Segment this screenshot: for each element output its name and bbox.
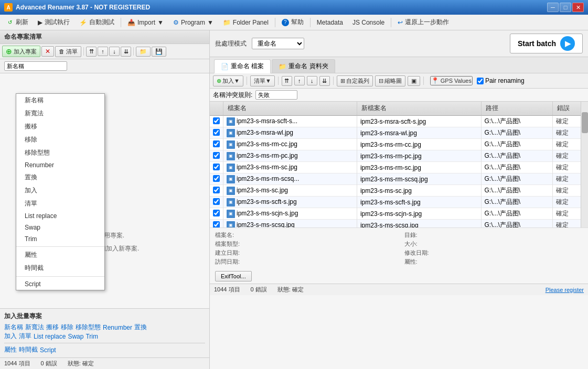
list-files-button[interactable]: 清單▼	[250, 75, 275, 86]
menu-auto-test[interactable]: ⚡ 自動測試	[75, 16, 119, 28]
table-scrollbar[interactable]	[581, 102, 588, 227]
row-filename: ▣ipm23-s-ms-rm-sc.jpg	[223, 162, 357, 173]
move-top-button[interactable]: ⇈	[86, 47, 97, 57]
clear-project-button[interactable]: 🗑 清單	[55, 46, 81, 57]
custom-col-button[interactable]: ⊞ 自定義列	[337, 75, 373, 86]
menu-program[interactable]: ⚙ Program ▼	[169, 17, 218, 28]
menu-option-new-name[interactable]: 新名稱	[16, 94, 104, 107]
table-row[interactable]: ▣ipm23-s-ms-scft-s.jpgipm23-s-ms-scft-s.…	[210, 197, 588, 208]
row-checkbox[interactable]	[213, 140, 220, 147]
batch-link-timestamp[interactable]: 時間截	[19, 345, 38, 354]
maximize-button[interactable]: □	[560, 3, 571, 12]
import-dropdown-arrow: ▼	[157, 19, 164, 26]
add-files-button[interactable]: ⊕ 加入▼	[213, 75, 243, 86]
batch-link-list-replace[interactable]: List replace	[34, 333, 66, 340]
batch-link-move[interactable]: 搬移	[46, 323, 59, 332]
project-type-dropdown[interactable]: 新名稱	[4, 61, 67, 71]
menu-option-props[interactable]: 屬性	[16, 248, 104, 262]
row-checkbox[interactable]	[213, 221, 220, 228]
batch-link-trim[interactable]: Trim	[85, 333, 98, 340]
menu-option-move[interactable]: 搬移	[16, 120, 104, 133]
menu-option-renumber[interactable]: Renumber	[16, 159, 104, 171]
row-checkbox[interactable]	[213, 129, 220, 136]
conflict-rule-select[interactable]: 失敗	[255, 90, 297, 100]
file-move-top-btn[interactable]: ⇈	[282, 76, 292, 86]
move-down-button[interactable]: ↓	[109, 47, 120, 56]
folder-button[interactable]: 📁	[136, 47, 151, 57]
col-path[interactable]: 路徑	[481, 102, 552, 115]
menu-option-new-width[interactable]: 新寬法	[16, 107, 104, 120]
close-button[interactable]: ✕	[572, 3, 584, 12]
menu-option-list-replace[interactable]: List replace	[16, 210, 104, 222]
register-link[interactable]: Please register	[546, 287, 584, 293]
batch-link-new-name[interactable]: 新名稱	[4, 323, 23, 332]
menu-folder-panel[interactable]: 📁 Folder Panel	[219, 17, 273, 28]
batch-mode-select[interactable]: 重命名	[252, 38, 304, 49]
menu-test-run[interactable]: ▶ 測試執行	[34, 16, 74, 28]
table-row[interactable]: ▣ipm23-s-ms-scjn-s.jpgipm23-s-ms-scjn-s.…	[210, 208, 588, 220]
row-checkbox[interactable]	[213, 164, 220, 170]
menu-option-add[interactable]: 加入	[16, 184, 104, 197]
batch-link-add[interactable]: 加入	[4, 332, 17, 341]
view-label: ▣	[411, 78, 416, 84]
row-checkbox[interactable]	[213, 198, 220, 205]
view-button[interactable]: ▣	[408, 76, 420, 86]
batch-link-remove-type[interactable]: 移除型態	[76, 323, 101, 332]
row-checkbox[interactable]	[213, 210, 220, 216]
menu-option-script[interactable]: Script	[16, 278, 104, 290]
batch-link-replace[interactable]: 置換	[134, 323, 147, 332]
batch-link-script[interactable]: Script	[40, 346, 56, 354]
file-move-up-btn[interactable]: ↑	[294, 76, 305, 85]
table-row[interactable]: ▣ipm23-s-ms-rm-scsq...ipm23-s-ms-rm-scsq…	[210, 173, 588, 185]
row-checkbox[interactable]	[213, 117, 220, 124]
table-row[interactable]: ▣ipm23-s-ms-rm-pc.jpgipm23-s-ms-rm-pc.jp…	[210, 150, 588, 162]
minimize-button[interactable]: ─	[547, 3, 559, 12]
tab-rename-folders[interactable]: 📁 重命名 資料夾	[272, 59, 335, 73]
pair-renaming-input[interactable]	[477, 78, 484, 84]
menu-metadata[interactable]: Metadata	[313, 17, 347, 28]
col-newname[interactable]: 新檔案名	[357, 102, 481, 115]
menu-option-list[interactable]: 清單	[16, 197, 104, 210]
start-batch-button[interactable]: Start batch ▶	[510, 34, 583, 53]
tab-rename-files[interactable]: 📄 重命名 檔案	[214, 59, 271, 73]
batch-link-props[interactable]: 屬性	[4, 345, 17, 354]
menu-import[interactable]: 📥 Import ▼	[123, 17, 168, 28]
pair-renaming-checkbox[interactable]: Pair renaming	[477, 77, 525, 84]
menu-option-remove[interactable]: 移除	[16, 133, 104, 146]
menu-undo[interactable]: ↩ 還原上一步動作	[393, 16, 453, 28]
table-row[interactable]: ▣ipm23-s-ms-sc.jpgipm23-s-ms-sc.jpgG:\..…	[210, 185, 588, 197]
row-newname: ipm23-s-ms-rm-scsq.jpg	[357, 173, 481, 185]
thumbnail-button[interactable]: ⊟ 縮略圖	[375, 75, 405, 86]
batch-link-swap[interactable]: Swap	[68, 333, 83, 340]
row-checkbox[interactable]	[213, 187, 220, 193]
batch-link-new-width[interactable]: 新寬法	[25, 323, 44, 332]
table-row[interactable]: ▣ipm23-s-ms-scsq.jpgipm23-s-ms-scsq.jpgG…	[210, 220, 588, 228]
menu-option-remove-type[interactable]: 移除型態	[16, 146, 104, 159]
row-checkbox[interactable]	[213, 152, 220, 159]
batch-link-list[interactable]: 清單	[19, 332, 31, 341]
add-project-button[interactable]: ⊕ 加入專案	[2, 46, 40, 57]
table-row[interactable]: ▣ipm23-s-ms-rm-sc.jpgipm23-s-ms-rm-sc.jp…	[210, 162, 588, 173]
move-up-button[interactable]: ↑	[98, 47, 108, 56]
move-bottom-button[interactable]: ⇊	[121, 47, 131, 57]
gps-button[interactable]: 📍 GPS Values	[430, 76, 473, 85]
menu-option-swap[interactable]: Swap	[16, 222, 104, 233]
row-checkbox[interactable]	[213, 175, 220, 182]
batch-link-remove[interactable]: 移除	[61, 323, 73, 332]
col-filename[interactable]: 檔案名	[223, 102, 357, 115]
exiftool-button[interactable]: ExifTool...	[215, 271, 252, 281]
menu-option-replace[interactable]: 置換	[16, 171, 104, 184]
file-move-down-btn[interactable]: ↓	[307, 76, 317, 85]
table-row[interactable]: ▣ipm23-s-ms-rm-cc.jpgipm23-s-ms-rm-cc.jp…	[210, 139, 588, 150]
table-row[interactable]: ▣ipm23-s-msra-scft-s...ipm23-s-msra-scft…	[210, 115, 588, 127]
save-button[interactable]: 💾	[152, 47, 166, 57]
file-move-bottom-btn[interactable]: ⇊	[319, 76, 330, 86]
menu-option-trim[interactable]: Trim	[16, 233, 104, 245]
menu-refresh[interactable]: ↺ 刷新	[2, 16, 33, 28]
batch-link-renumber[interactable]: Renumber	[103, 324, 132, 331]
delete-project-button[interactable]: ✕	[41, 46, 54, 57]
table-row[interactable]: ▣ipm23-s-msra-wl.jpgipm23-s-msra-wl.jpgG…	[210, 127, 588, 139]
menu-js-console[interactable]: JS Console	[348, 17, 389, 28]
menu-help[interactable]: ? 幫助	[277, 16, 308, 28]
menu-option-timestamp[interactable]: 時間截	[16, 262, 104, 275]
